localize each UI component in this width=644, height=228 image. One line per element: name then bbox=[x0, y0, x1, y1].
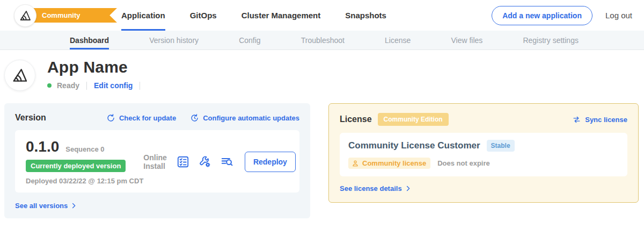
app-sub-nav: Dashboard Version history Config Trouble… bbox=[0, 31, 644, 50]
configure-automatic-updates-link[interactable]: Configure automatic updates bbox=[190, 113, 299, 123]
customer-name: Community License Customer bbox=[348, 140, 480, 151]
sync-arrows-icon bbox=[572, 115, 581, 124]
chevron-right-icon bbox=[405, 185, 412, 192]
install-type-label: Online Install bbox=[143, 153, 167, 170]
subnav-item-view-files[interactable]: View files bbox=[451, 31, 482, 49]
divider bbox=[86, 82, 87, 90]
tab-cluster-management[interactable]: Cluster Management bbox=[241, 0, 321, 31]
tab-snapshots[interactable]: Snapshots bbox=[345, 0, 386, 31]
license-card-title: License bbox=[340, 115, 372, 124]
check-for-update-link[interactable]: Check for update bbox=[106, 113, 176, 123]
channel-badge: Stable bbox=[487, 140, 515, 152]
redeploy-button[interactable]: Redeploy bbox=[245, 152, 296, 172]
divider bbox=[140, 82, 140, 90]
subnav-item-dashboard[interactable]: Dashboard bbox=[70, 31, 109, 49]
current-version-panel: 0.1.0 Sequence 0 Currently deployed vers… bbox=[15, 130, 299, 193]
community-edition-ribbon: Community Edition bbox=[25, 8, 117, 23]
replicated-logo-icon bbox=[19, 9, 32, 22]
edit-config-wrench-icon[interactable] bbox=[198, 155, 212, 169]
tab-gitops[interactable]: GitOps bbox=[190, 0, 217, 31]
app-avatar bbox=[4, 60, 35, 91]
deployed-timestamp: Deployed 03/22/22 @ 12:15 pm CDT bbox=[26, 177, 143, 185]
schedule-update-icon bbox=[190, 113, 199, 123]
preflight-checks-icon[interactable] bbox=[176, 155, 190, 169]
subnav-item-version-history[interactable]: Version history bbox=[149, 31, 199, 49]
brand: Community Edition bbox=[0, 0, 117, 31]
sync-license-link[interactable]: Sync license bbox=[572, 115, 627, 124]
tab-application[interactable]: Application bbox=[121, 0, 165, 31]
top-nav-right: Add a new application Log out bbox=[492, 0, 644, 31]
license-details-panel: Community License Customer Stable Commun… bbox=[340, 133, 627, 176]
ready-status-dot bbox=[47, 83, 52, 88]
see-all-versions-link[interactable]: See all versions bbox=[15, 202, 299, 210]
dashboard-cards: Version Check for update bbox=[0, 103, 644, 218]
subnav-item-troubleshoot[interactable]: Troubleshoot bbox=[301, 31, 345, 49]
customer-person-icon bbox=[352, 160, 359, 167]
expiry-text: Does not expire bbox=[437, 159, 490, 167]
app-title-block: App Name Ready Edit config bbox=[47, 58, 142, 91]
view-deploy-logs-icon[interactable] bbox=[220, 155, 234, 169]
brand-logo[interactable] bbox=[14, 4, 36, 27]
refresh-icon bbox=[106, 113, 115, 123]
see-license-details-link[interactable]: See license details bbox=[340, 184, 627, 193]
community-edition-badge: Community Edition bbox=[378, 113, 449, 126]
page-title: App Name bbox=[47, 58, 142, 76]
app-status-row: Ready Edit config bbox=[47, 81, 142, 90]
sequence-label: Sequence 0 bbox=[65, 145, 104, 153]
currently-deployed-badge: Currently deployed version bbox=[26, 160, 126, 172]
edit-config-link[interactable]: Edit config bbox=[94, 81, 133, 90]
app-header: App Name Ready Edit config bbox=[0, 50, 644, 91]
subnav-item-registry-settings[interactable]: Registry settings bbox=[523, 31, 578, 49]
subnav-item-config[interactable]: Config bbox=[239, 31, 260, 49]
license-card: License Community Edition Sync license bbox=[328, 103, 639, 203]
version-card-title: Version bbox=[15, 113, 46, 123]
status-text: Ready bbox=[57, 81, 79, 90]
version-number: 0.1.0 bbox=[26, 138, 59, 155]
subnav-item-license[interactable]: License bbox=[385, 31, 411, 49]
logout-link[interactable]: Log out bbox=[605, 11, 632, 20]
top-nav: Community Edition Application GitOps Clu… bbox=[0, 0, 644, 31]
chevron-right-icon bbox=[70, 202, 77, 209]
version-card: Version Check for update bbox=[4, 103, 310, 218]
primary-tabs: Application GitOps Cluster Management Sn… bbox=[121, 0, 386, 31]
app-logo-icon bbox=[11, 67, 28, 84]
add-new-application-button[interactable]: Add a new application bbox=[492, 6, 592, 25]
license-type-badge: Community license bbox=[348, 158, 430, 169]
